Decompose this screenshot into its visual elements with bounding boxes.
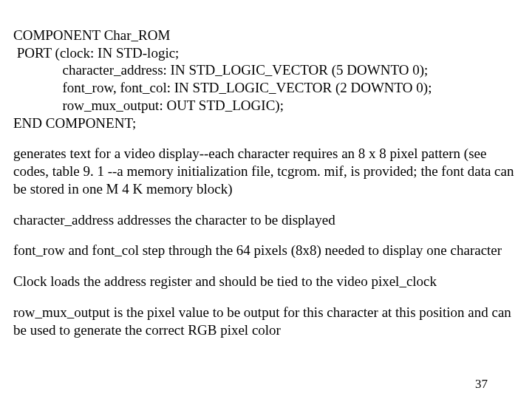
slide-page: COMPONENT Char_ROM PORT (clock: IN STD-l… — [0, 0, 532, 399]
code-line-5: row_mux_output: OUT STD_LOGIC); — [13, 98, 284, 113]
page-number: 37 — [475, 376, 488, 392]
row-mux-output-paragraph: row_mux_output is the pixel value to be … — [13, 304, 519, 339]
description-paragraph: generates text for a video display--each… — [13, 145, 519, 197]
code-line-4: font_row, font_col: IN STD_LOGIC_VECTOR … — [13, 80, 432, 95]
clock-paragraph: Clock loads the address register and sho… — [13, 273, 519, 290]
character-address-paragraph: character_address addresses the characte… — [13, 211, 519, 229]
vhdl-component-declaration: COMPONENT Char_ROM PORT (clock: IN STD-l… — [13, 9, 519, 132]
code-line-6: END COMPONENT; — [13, 115, 136, 131]
font-row-col-paragraph: font_row and font_col step through the 6… — [13, 242, 519, 259]
code-line-3: character_address: IN STD_LOGIC_VECTOR (… — [13, 62, 428, 78]
code-line-1: COMPONENT Char_ROM — [13, 27, 170, 43]
code-line-2: PORT (clock: IN STD-logic; — [13, 45, 179, 61]
